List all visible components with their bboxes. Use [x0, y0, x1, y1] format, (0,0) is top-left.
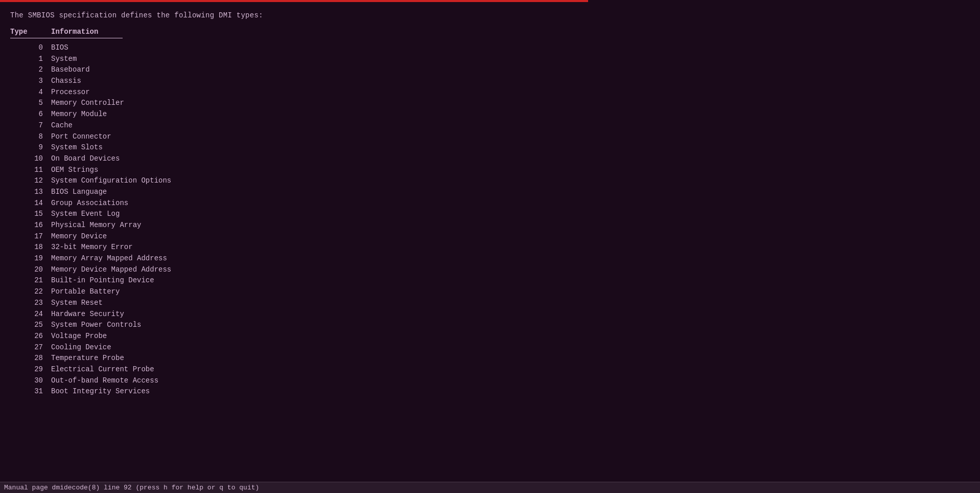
type-number: 25 — [10, 320, 51, 331]
type-number: 20 — [10, 264, 51, 276]
type-name: Out-of-band Remote Access — [51, 375, 158, 387]
type-name: Voltage Probe — [51, 331, 107, 342]
type-name: Chassis — [51, 76, 81, 87]
type-name: Hardware Security — [51, 309, 124, 320]
table-row: 0BIOS — [10, 42, 970, 54]
type-name: Memory Device — [51, 231, 107, 242]
type-name: System Event Log — [51, 209, 120, 220]
table-row: 7Cache — [10, 120, 970, 131]
type-number: 14 — [10, 198, 51, 209]
table-row: 5Memory Controller — [10, 98, 970, 109]
type-name: Port Connector — [51, 131, 111, 143]
table-row: 27Cooling Device — [10, 342, 970, 353]
type-name: BIOS Language — [51, 187, 107, 198]
type-number: 10 — [10, 153, 51, 165]
type-name: Built-in Pointing Device — [51, 275, 154, 286]
type-number: 12 — [10, 175, 51, 187]
table-row: 15System Event Log — [10, 209, 970, 220]
table-row: 2Baseboard — [10, 64, 970, 76]
type-name: Baseboard — [51, 64, 90, 76]
type-name: Electrical Current Probe — [51, 364, 154, 375]
type-number: 31 — [10, 386, 51, 397]
type-number: 24 — [10, 309, 51, 320]
type-name: Temperature Probe — [51, 353, 124, 364]
type-number: 5 — [10, 98, 51, 109]
table-row: 1832-bit Memory Error — [10, 242, 970, 253]
table-row: 28Temperature Probe — [10, 353, 970, 364]
table-row: 29Electrical Current Probe — [10, 364, 970, 375]
table-row: 24Hardware Security — [10, 309, 970, 320]
type-name: System — [51, 54, 77, 65]
intro-text: The SMBIOS specification defines the fol… — [10, 11, 970, 19]
type-name: BIOS — [51, 42, 68, 54]
table-row: 6Memory Module — [10, 109, 970, 120]
table-row: 4Processor — [10, 87, 970, 98]
type-number: 1 — [10, 54, 51, 65]
top-bar — [0, 0, 980, 2]
type-number: 19 — [10, 253, 51, 264]
type-name: Memory Device Mapped Address — [51, 264, 171, 276]
type-number: 3 — [10, 76, 51, 87]
table-row: 9System Slots — [10, 142, 970, 153]
type-number: 17 — [10, 231, 51, 242]
table-row: 8Port Connector — [10, 131, 970, 143]
type-number: 0 — [10, 42, 51, 54]
status-bar: Manual page dmidecode(8) line 92 (press … — [0, 482, 980, 493]
dmi-table: 0BIOS1System2Baseboard3Chassis4Processor… — [10, 42, 970, 397]
type-number: 28 — [10, 353, 51, 364]
terminal-window: The SMBIOS specification defines the fol… — [0, 0, 980, 493]
table-row: 26Voltage Probe — [10, 331, 970, 342]
type-number: 16 — [10, 220, 51, 231]
type-number: 7 — [10, 120, 51, 131]
type-column-header: Type — [10, 28, 51, 36]
type-name: System Reset — [51, 298, 103, 309]
type-number: 15 — [10, 209, 51, 220]
table-row: 13BIOS Language — [10, 187, 970, 198]
type-number: 30 — [10, 375, 51, 387]
table-row: 25System Power Controls — [10, 320, 970, 331]
table-row: 21Built-in Pointing Device — [10, 275, 970, 286]
table-row: 11OEM Strings — [10, 165, 970, 176]
main-content: The SMBIOS specification defines the fol… — [0, 6, 980, 408]
type-number: 4 — [10, 87, 51, 98]
table-row: 22Portable Battery — [10, 286, 970, 298]
type-name: Boot Integrity Services — [51, 386, 150, 397]
table-row: 20Memory Device Mapped Address — [10, 264, 970, 276]
table-row: 19Memory Array Mapped Address — [10, 253, 970, 264]
type-name: System Configuration Options — [51, 175, 171, 187]
type-number: 26 — [10, 331, 51, 342]
type-number: 18 — [10, 242, 51, 253]
table-row: 17Memory Device — [10, 231, 970, 242]
table-row: 14Group Associations — [10, 198, 970, 209]
type-name: Memory Array Mapped Address — [51, 253, 167, 264]
type-name: OEM Strings — [51, 165, 98, 176]
type-number: 13 — [10, 187, 51, 198]
table-row: 30Out-of-band Remote Access — [10, 375, 970, 387]
table-row: 1System — [10, 54, 970, 65]
table-row: 3Chassis — [10, 76, 970, 87]
type-name: System Power Controls — [51, 320, 141, 331]
type-number: 9 — [10, 142, 51, 153]
type-number: 27 — [10, 342, 51, 353]
type-number: 8 — [10, 131, 51, 143]
info-column-header: Information — [51, 28, 98, 36]
table-row: 10On Board Devices — [10, 153, 970, 165]
type-name: 32-bit Memory Error — [51, 242, 133, 253]
type-number: 6 — [10, 109, 51, 120]
header-divider — [10, 38, 123, 38]
type-name: Physical Memory Array — [51, 220, 141, 231]
table-row: 12System Configuration Options — [10, 175, 970, 187]
type-name: System Slots — [51, 142, 103, 153]
table-header: Type Information — [10, 28, 970, 36]
table-row: 23System Reset — [10, 298, 970, 309]
type-name: Cooling Device — [51, 342, 111, 353]
type-number: 2 — [10, 64, 51, 76]
table-row: 16Physical Memory Array — [10, 220, 970, 231]
type-name: Memory Module — [51, 109, 107, 120]
type-name: Group Associations — [51, 198, 128, 209]
type-name: Processor — [51, 87, 90, 98]
type-number: 22 — [10, 286, 51, 298]
type-name: Cache — [51, 120, 73, 131]
type-number: 21 — [10, 275, 51, 286]
type-number: 23 — [10, 298, 51, 309]
